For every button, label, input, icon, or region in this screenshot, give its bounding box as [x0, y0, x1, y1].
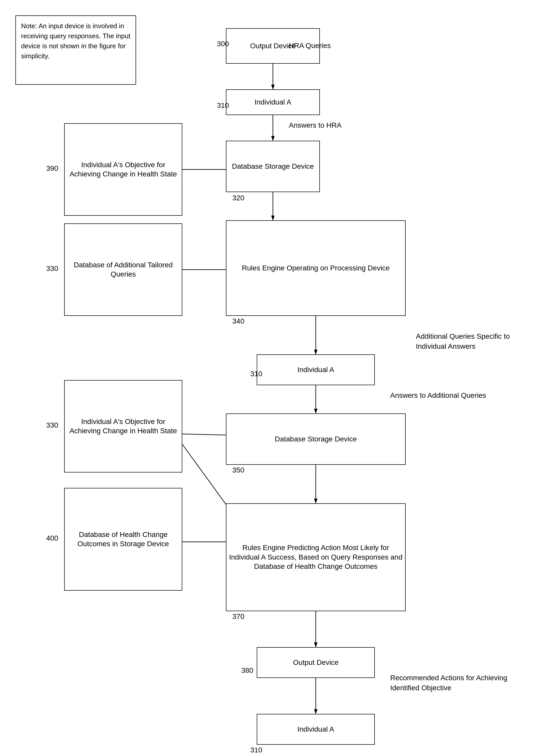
label-recommended-actions: Recommended Actions for AchievingIdentif…: [390, 673, 519, 693]
individual-a-2: Individual A: [257, 354, 375, 385]
rules-engine-2: Rules Engine Predicting Action Most Like…: [226, 503, 406, 611]
svg-marker-13: [314, 409, 317, 413]
ref-340: 340: [232, 317, 245, 325]
ref-330-2: 330: [46, 421, 58, 429]
individual-a-objective-2: Individual A's Objective for Achieving C…: [64, 380, 182, 473]
svg-marker-23: [314, 642, 317, 647]
label-answers-additional: Answers to Additional Queries: [390, 390, 486, 400]
ref-320: 320: [232, 194, 245, 202]
rules-engine-1: Rules Engine Operating on Processing Dev…: [226, 220, 406, 316]
note-box: Note: An input device is involved in rec…: [15, 15, 136, 85]
ref-300: 300: [217, 40, 229, 48]
label-additional-queries: Additional Queries Specific toIndividual…: [416, 331, 529, 351]
ref-380: 380: [241, 666, 254, 675]
output-device-bottom: Output Device: [257, 647, 375, 678]
individual-a-1: Individual A: [226, 89, 320, 115]
label-answers-hra: Answers to HRA: [289, 120, 341, 130]
label-hra-queries: HRA Queries: [289, 41, 331, 51]
ref-370: 370: [232, 612, 245, 621]
svg-marker-3: [272, 136, 274, 141]
database-health-change: Database of Health Change Outcomes in St…: [64, 488, 182, 591]
database-storage-2: Database Storage Device: [226, 413, 406, 465]
individual-a-3: Individual A: [257, 714, 375, 745]
ref-350: 350: [232, 466, 245, 474]
ref-310-2: 310: [250, 370, 263, 378]
diagram-container: Note: An input device is involved in rec…: [0, 0, 545, 756]
ref-330-1: 330: [46, 264, 58, 273]
svg-marker-25: [314, 709, 317, 714]
svg-marker-1: [272, 85, 274, 89]
svg-marker-17: [314, 499, 317, 503]
individual-a-objective-1: Individual A's Objective for Achieving C…: [64, 123, 182, 216]
svg-marker-11: [314, 350, 317, 354]
ref-390: 390: [46, 164, 58, 173]
ref-400: 400: [46, 534, 58, 542]
svg-marker-7: [272, 216, 274, 220]
ref-310-1: 310: [217, 101, 229, 110]
database-additional-queries: Database of Additional Tailored Queries: [64, 223, 182, 316]
database-storage-1: Database Storage Device: [226, 141, 320, 192]
ref-310-3: 310: [250, 746, 263, 754]
